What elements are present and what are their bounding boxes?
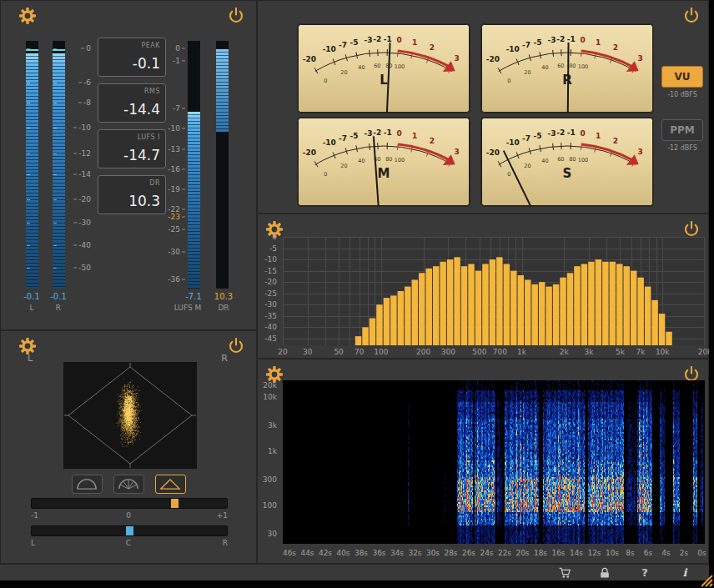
gonio-power-button[interactable] — [228, 338, 244, 354]
resize-grip[interactable] — [699, 573, 713, 587]
lufs-fill — [188, 112, 200, 289]
svg-text:20: 20 — [524, 69, 530, 76]
scale-label: -1 — [161, 58, 185, 65]
db-label: -45 — [264, 334, 277, 342]
vu-meter-face: -20-10-7-5-3-2-10123020406080100M — [298, 118, 470, 206]
triangle-icon — [159, 478, 181, 490]
freq-label: 3k — [268, 421, 277, 429]
svg-text:3: 3 — [455, 54, 460, 63]
db-label: -10 — [264, 256, 277, 264]
db-label: -5 — [269, 244, 277, 252]
freq-label: 300 — [263, 476, 277, 484]
db-label: 0 — [272, 234, 277, 241]
scale-label: -30 — [161, 249, 185, 256]
svg-text:-3: -3 — [364, 129, 372, 138]
svg-text:-20: -20 — [303, 55, 316, 63]
db-label: -35 — [264, 312, 277, 319]
help-button[interactable]: ? — [637, 565, 652, 580]
lock-icon — [598, 566, 611, 580]
freq-label: 500 — [472, 349, 486, 356]
svg-text:3: 3 — [638, 54, 643, 63]
svg-text:-2: -2 — [373, 128, 381, 137]
svg-text:-10: -10 — [323, 45, 336, 53]
svg-text:0: 0 — [507, 171, 510, 178]
time-label: 30s — [426, 550, 440, 557]
dr-readout: DR 10.3 — [98, 175, 166, 214]
freq-label: 200 — [416, 349, 430, 356]
db-label: -15 — [264, 267, 277, 274]
time-label: 40s — [336, 550, 349, 557]
lock-button[interactable] — [597, 565, 612, 580]
left-channel-label: L — [19, 304, 44, 312]
svg-text:2: 2 — [430, 43, 435, 52]
meter-tick — [27, 128, 30, 128]
freq-label: 10k — [656, 349, 670, 356]
vu-power-button[interactable] — [683, 8, 700, 24]
scale-label: -12 — [68, 150, 91, 158]
svg-text:100: 100 — [578, 157, 588, 163]
svg-text:-1: -1 — [567, 35, 576, 43]
lufs-readout: LUFS I -14.7 — [98, 129, 166, 168]
scale-label: -25 — [161, 225, 185, 233]
svg-text:-5: -5 — [534, 132, 542, 140]
meter-tick — [27, 268, 30, 269]
info-button[interactable]: i — [677, 565, 692, 580]
svg-text:0: 0 — [324, 171, 327, 178]
svg-text:2: 2 — [613, 43, 618, 52]
gonio-mode-buttons — [1, 475, 256, 494]
spectrum-power-button[interactable] — [683, 221, 700, 238]
power-icon — [683, 8, 700, 24]
svg-text:-3: -3 — [547, 36, 556, 44]
scale-label: -7 — [161, 104, 185, 112]
vu-meter-face: -20-10-7-5-3-2-10123020406080100R — [481, 24, 653, 113]
rms-readout-value: -14.4 — [123, 101, 160, 118]
vu-meter-m: -20-10-7-5-3-2-10123020406080100M — [298, 118, 470, 206]
store-button[interactable] — [557, 565, 572, 580]
levels-power-button[interactable] — [228, 8, 244, 24]
levels-settings-button[interactable] — [19, 8, 36, 24]
time-label: 36s — [372, 550, 385, 557]
time-label: 38s — [354, 550, 368, 557]
scale-label: -10 — [161, 125, 185, 133]
goniometer-panel: L R -1 0 +1 L C R — [0, 330, 257, 564]
time-label: 2s — [680, 550, 688, 557]
freq-label: 70 — [354, 349, 364, 356]
freq-label: 30 — [303, 349, 312, 356]
db-label: -30 — [264, 301, 277, 309]
ppm-mode-button[interactable]: PPM — [661, 119, 703, 141]
gonio-mode-polar-button[interactable] — [113, 475, 144, 494]
vu-mode-button[interactable]: VU — [661, 66, 703, 88]
power-icon — [228, 338, 244, 354]
freq-label: 5k — [616, 349, 625, 356]
svg-text:2: 2 — [430, 137, 435, 145]
dr-value: 10.3 — [211, 292, 236, 301]
freq-label: 30 — [268, 530, 277, 538]
meter-tick — [27, 103, 30, 103]
scale-label: -6 — [68, 78, 91, 86]
svg-text:-20: -20 — [486, 148, 500, 157]
dr-meter — [216, 41, 229, 289]
svg-text:-7: -7 — [339, 134, 347, 143]
svg-text:60: 60 — [557, 63, 564, 69]
gonio-mode-dome-button[interactable] — [72, 475, 103, 494]
bottom-toolbar: ? i — [0, 564, 709, 580]
freq-label: 3k — [585, 349, 594, 356]
level-meter-left — [26, 41, 38, 289]
correlation-meter[interactable] — [31, 498, 228, 509]
gear-icon — [19, 8, 36, 24]
db-label: -20 — [264, 279, 277, 286]
time-label: 34s — [390, 550, 404, 557]
meter-tick — [53, 83, 57, 83]
svg-text:40: 40 — [541, 64, 548, 71]
svg-text:3: 3 — [455, 148, 460, 156]
lufs-m-label: LUFS M — [164, 304, 211, 312]
scale-label: -30 — [68, 219, 91, 227]
gonio-settings-button[interactable] — [19, 338, 36, 354]
svg-text:0: 0 — [396, 129, 401, 138]
time-label: 8s — [626, 550, 634, 557]
time-label: 16s — [551, 550, 565, 557]
balance-meter[interactable] — [31, 525, 228, 536]
gonio-mode-lissajous-button[interactable] — [155, 475, 186, 494]
goniometer-display — [63, 362, 197, 469]
svg-text:-3: -3 — [364, 36, 372, 44]
